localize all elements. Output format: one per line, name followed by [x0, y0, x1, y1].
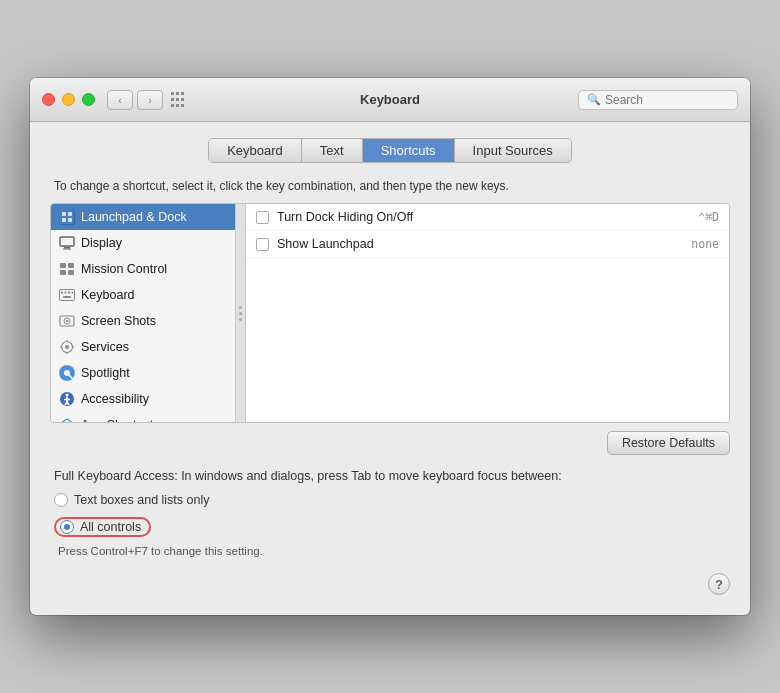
sidebar-item-screen-shots[interactable]: Screen Shots	[51, 308, 235, 334]
svg-rect-15	[68, 292, 70, 294]
sidebar-item-display[interactable]: Display	[51, 230, 235, 256]
keyboard-access-section: Full Keyboard Access: In windows and dia…	[50, 469, 730, 557]
sidebar-label-services: Services	[81, 340, 129, 354]
shortcut-label-turn-dock-hiding: Turn Dock Hiding On/Off	[277, 210, 690, 224]
sidebar-label-display: Display	[81, 236, 122, 250]
sidebar-item-services[interactable]: Services	[51, 334, 235, 360]
sidebar-list: Launchpad & Dock Display Mission Control	[51, 204, 236, 422]
sidebar-label-mission-control: Mission Control	[81, 262, 167, 276]
sidebar-item-accessibility[interactable]: Accessibility	[51, 386, 235, 412]
radio-text-boxes[interactable]	[54, 493, 68, 507]
keyboard-window: ‹ › Keyboard 🔍 Keyboard Text Shortcuts I…	[30, 78, 750, 615]
svg-rect-17	[63, 296, 71, 298]
svg-rect-11	[68, 270, 74, 275]
restore-defaults-row: Restore Defaults	[50, 431, 730, 455]
sidebar-label-screen-shots: Screen Shots	[81, 314, 156, 328]
svg-rect-1	[62, 212, 66, 216]
tabs-container: Keyboard Text Shortcuts Input Sources	[50, 138, 730, 163]
grid-icon[interactable]	[171, 92, 187, 108]
sidebar-label-spotlight: Spotlight	[81, 366, 130, 380]
svg-rect-12	[60, 290, 75, 301]
display-icon	[59, 235, 75, 251]
hint-text: Press Control+F7 to change this setting.	[54, 545, 726, 557]
shortcut-row-turn-dock-hiding: Turn Dock Hiding On/Off ⌃⌘D	[246, 204, 729, 231]
shortcut-key-show-launchpad[interactable]: none	[691, 237, 719, 251]
sidebar-item-app-shortcuts[interactable]: App Shortcuts	[51, 412, 235, 422]
radio-row-all-controls[interactable]: All controls	[54, 515, 726, 539]
minimize-button[interactable]	[62, 93, 75, 106]
sidebar-item-mission-control[interactable]: Mission Control	[51, 256, 235, 282]
svg-rect-16	[72, 292, 74, 294]
sidebar-label-app-shortcuts: App Shortcuts	[81, 418, 160, 422]
launchpad-dock-icon	[59, 209, 75, 225]
search-icon: 🔍	[587, 93, 601, 106]
content-area: Keyboard Text Shortcuts Input Sources To…	[30, 122, 750, 615]
shortcut-label-show-launchpad: Show Launchpad	[277, 237, 683, 251]
svg-rect-8	[60, 263, 66, 268]
sidebar-item-keyboard[interactable]: Keyboard	[51, 282, 235, 308]
radio-dot-all-controls	[64, 524, 70, 530]
app-shortcuts-icon	[59, 417, 75, 422]
tab-shortcuts[interactable]: Shortcuts	[363, 139, 455, 162]
tab-input-sources[interactable]: Input Sources	[455, 139, 571, 162]
traffic-lights	[42, 93, 95, 106]
tabs: Keyboard Text Shortcuts Input Sources	[208, 138, 572, 163]
radio-label-text-boxes: Text boxes and lists only	[74, 493, 210, 507]
svg-rect-4	[68, 218, 72, 222]
svg-point-20	[66, 320, 68, 322]
svg-rect-10	[60, 270, 66, 275]
all-controls-wrapper[interactable]: All controls	[54, 517, 151, 537]
tab-keyboard[interactable]: Keyboard	[209, 139, 302, 162]
spotlight-icon	[59, 365, 75, 381]
keyboard-icon	[59, 287, 75, 303]
keyboard-access-title: Full Keyboard Access: In windows and dia…	[54, 469, 726, 483]
resize-handle[interactable]	[236, 204, 246, 422]
shortcut-row-show-launchpad: Show Launchpad none	[246, 231, 729, 258]
sidebar-label-launchpad-dock: Launchpad & Dock	[81, 210, 187, 224]
radio-label-all-controls: All controls	[80, 520, 141, 534]
mission-control-icon	[59, 261, 75, 277]
title-bar: ‹ › Keyboard 🔍	[30, 78, 750, 122]
back-button[interactable]: ‹	[107, 90, 133, 110]
svg-rect-13	[61, 292, 63, 294]
svg-point-22	[65, 345, 69, 349]
svg-rect-2	[68, 212, 72, 216]
screen-shots-icon	[59, 313, 75, 329]
search-box[interactable]: 🔍	[578, 90, 738, 110]
svg-rect-5	[60, 237, 74, 246]
radio-row-text-boxes[interactable]: Text boxes and lists only	[54, 491, 726, 509]
svg-rect-9	[68, 263, 74, 268]
tab-text[interactable]: Text	[302, 139, 363, 162]
close-button[interactable]	[42, 93, 55, 106]
svg-rect-0	[60, 210, 74, 224]
shortcut-checkbox-turn-dock-hiding[interactable]	[256, 211, 269, 224]
search-input[interactable]	[605, 93, 725, 107]
svg-rect-3	[62, 218, 66, 222]
sidebar-label-accessibility: Accessibility	[81, 392, 149, 406]
shortcut-checkbox-show-launchpad[interactable]	[256, 238, 269, 251]
shortcuts-content: Turn Dock Hiding On/Off ⌃⌘D Show Launchp…	[246, 204, 729, 422]
services-icon	[59, 339, 75, 355]
help-row: ?	[50, 573, 730, 595]
svg-rect-14	[65, 292, 67, 294]
radio-all-controls[interactable]	[60, 520, 74, 534]
maximize-button[interactable]	[82, 93, 95, 106]
sidebar-label-keyboard: Keyboard	[81, 288, 135, 302]
sidebar-item-launchpad-dock[interactable]: Launchpad & Dock	[51, 204, 235, 230]
svg-point-31	[66, 394, 69, 397]
forward-button[interactable]: ›	[137, 90, 163, 110]
main-panel: Launchpad & Dock Display Mission Control	[50, 203, 730, 423]
restore-defaults-button[interactable]: Restore Defaults	[607, 431, 730, 455]
svg-rect-6	[64, 247, 70, 249]
svg-rect-7	[63, 249, 71, 250]
resize-dots	[239, 306, 242, 321]
instructions-text: To change a shortcut, select it, click t…	[50, 179, 730, 193]
accessibility-icon	[59, 391, 75, 407]
shortcut-key-turn-dock-hiding[interactable]: ⌃⌘D	[698, 210, 719, 224]
window-title: Keyboard	[360, 92, 420, 107]
nav-buttons: ‹ ›	[107, 90, 163, 110]
sidebar-item-spotlight[interactable]: Spotlight	[51, 360, 235, 386]
help-button[interactable]: ?	[708, 573, 730, 595]
